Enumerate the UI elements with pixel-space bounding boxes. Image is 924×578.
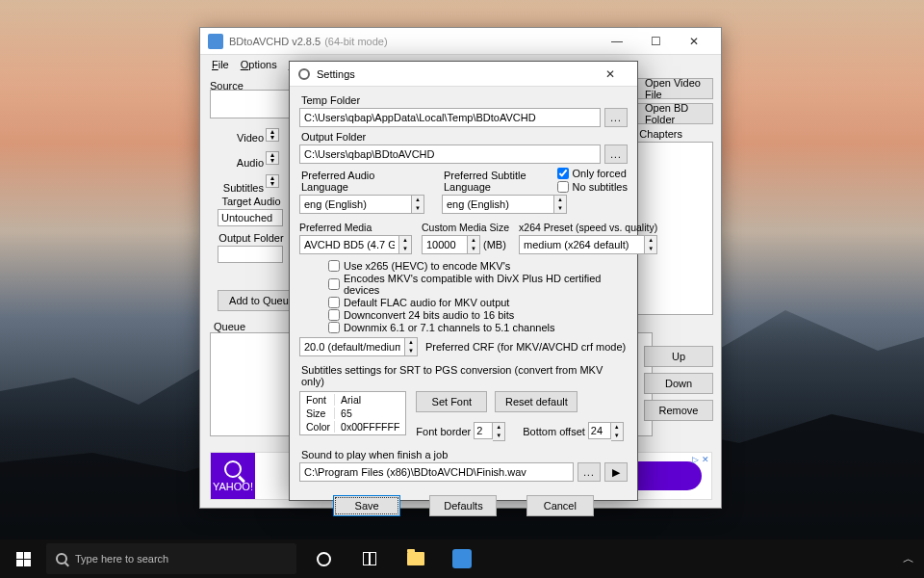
sound-browse-button[interactable]: ...	[578, 462, 601, 482]
temp-browse-button[interactable]: ...	[604, 108, 628, 127]
crf-label: Preferred CRF (for MKV/AVCHD crf mode)	[425, 341, 626, 353]
video-label: Video	[208, 130, 264, 145]
down-button[interactable]: Down	[644, 373, 713, 394]
close-button[interactable]: ✕	[675, 29, 713, 54]
reset-default-button[interactable]: Reset default	[495, 391, 578, 412]
up-button[interactable]: Up	[644, 346, 713, 367]
size-value: 65	[337, 407, 403, 419]
tray-chevron[interactable]: ︿	[903, 551, 924, 567]
cancel-button[interactable]: Cancel	[526, 495, 594, 516]
settings-dialog: Settings ✕ Temp Folder ... Output Folder…	[289, 61, 638, 501]
settings-close-button[interactable]: ✕	[591, 62, 629, 87]
open-video-button[interactable]: Open Video File	[636, 78, 713, 99]
explorer-taskbar-button[interactable]	[393, 539, 439, 578]
ad-close-icon[interactable]: ▷ ✕	[692, 455, 709, 464]
defaults-button[interactable]: Defaults	[429, 495, 497, 516]
divx-checkbox[interactable]: Encodes MKV's compatible with DivX Plus …	[328, 273, 628, 296]
finish-sound-label: Sound to play when finish a job	[301, 449, 628, 460]
temp-folder-input[interactable]	[299, 108, 601, 127]
task-view-button[interactable]	[346, 539, 393, 578]
output-folder-field[interactable]	[218, 246, 283, 263]
only-forced-checkbox[interactable]: Only forced	[557, 168, 628, 179]
app-taskbar-button[interactable]	[439, 539, 485, 578]
target-audio-combo[interactable]	[218, 209, 283, 226]
pref-media-label: Preferred Media	[299, 222, 412, 233]
maximize-button[interactable]: ☐	[636, 29, 675, 54]
crf-combo[interactable]	[299, 337, 405, 356]
pref-audio-lang-label: Preferred Audio Language	[301, 170, 424, 193]
search-icon	[224, 460, 242, 478]
pref-media-combo[interactable]	[299, 235, 399, 254]
task-view-icon	[363, 552, 376, 565]
folder-icon	[407, 552, 424, 565]
target-audio-label: Target Audio	[218, 196, 285, 207]
custom-size-input[interactable]	[422, 235, 468, 254]
chapters-label: Chapters	[639, 128, 682, 140]
search-icon	[56, 553, 67, 565]
menu-file[interactable]: File	[206, 57, 235, 72]
taskbar: Type here to search ︿	[0, 539, 924, 578]
flac-checkbox[interactable]: Default FLAC audio for MKV output	[328, 297, 628, 308]
windows-icon	[16, 552, 31, 566]
subtitles-spinner[interactable]: ▴▾	[266, 174, 279, 188]
open-bd-button[interactable]: Open BD Folder	[636, 103, 713, 124]
pref-audio-lang-combo[interactable]	[299, 195, 412, 214]
minimize-button[interactable]: —	[598, 29, 636, 54]
spinner-icon[interactable]: ▲▼	[412, 195, 424, 214]
main-titlebar[interactable]: BDtoAVCHD v2.8.5 (64-bit mode) — ☐ ✕	[200, 28, 721, 55]
downconvert-checkbox[interactable]: Downconvert 24 bits audio to 16 bits	[328, 309, 628, 321]
downmix-checkbox[interactable]: Downmix 6.1 or 7.1 channels to 5.1 chann…	[328, 322, 628, 333]
queue-label: Queue	[214, 321, 245, 332]
x264-preset-label: x264 Preset (speed vs. quality)	[519, 222, 657, 233]
temp-folder-label: Temp Folder	[301, 94, 628, 106]
font-border-label: Font border	[416, 426, 471, 437]
main-mode: (64-bit mode)	[324, 36, 387, 47]
set-font-button[interactable]: Set Font	[416, 391, 487, 412]
custom-size-label: Custom Media Size	[422, 222, 509, 233]
save-button[interactable]: Save	[333, 495, 400, 516]
font-value: Arial	[337, 394, 403, 406]
audio-spinner[interactable]: ▴▾	[266, 151, 279, 165]
play-sound-button[interactable]: ▶	[604, 462, 628, 482]
x264-preset-combo[interactable]	[519, 235, 645, 254]
color-value: 0x00FFFFFF	[337, 421, 403, 433]
taskbar-search[interactable]: Type here to search	[46, 543, 296, 574]
pref-sub-lang-label: Preferred Subtitle Language	[444, 170, 567, 193]
srt-settings-label: Subtitles settings for SRT to PGS conver…	[301, 364, 628, 387]
x265-checkbox[interactable]: Use x265 (HEVC) to encode MKV's	[328, 260, 628, 272]
audio-label: Audio	[208, 155, 264, 171]
bottom-offset-label: Bottom offset	[523, 426, 585, 437]
output-folder-label-dlg: Output Folder	[301, 131, 628, 143]
main-title: BDtoAVCHD v2.8.5	[229, 36, 321, 47]
cortana-icon	[317, 552, 331, 566]
output-folder-input[interactable]	[299, 144, 601, 164]
remove-button[interactable]: Remove	[644, 400, 713, 421]
bottom-offset-input[interactable]	[588, 422, 611, 439]
app-icon	[452, 549, 472, 568]
custom-size-unit: (MB)	[483, 239, 506, 250]
start-button[interactable]	[0, 539, 46, 578]
srt-font-table: FontArial Size65 Color0x00FFFFFF	[299, 391, 406, 435]
finish-sound-input[interactable]	[299, 462, 574, 482]
search-placeholder: Type here to search	[75, 553, 168, 565]
video-spinner[interactable]: ▴▾	[266, 128, 279, 142]
spinner-icon[interactable]: ▲▼	[554, 195, 567, 214]
settings-title: Settings	[317, 68, 355, 80]
cortana-button[interactable]	[300, 539, 346, 578]
gear-icon	[297, 67, 311, 81]
pref-sub-lang-combo[interactable]	[442, 195, 554, 214]
app-icon	[208, 34, 223, 49]
subtitles-label: Subtitles	[208, 180, 264, 196]
settings-titlebar[interactable]: Settings ✕	[290, 62, 637, 87]
output-folder-label: Output Folder	[218, 232, 285, 244]
menu-options[interactable]: Options	[235, 57, 283, 72]
output-browse-button[interactable]: ...	[604, 144, 628, 164]
yahoo-logo: YAHOO!	[211, 453, 255, 499]
font-border-input[interactable]	[474, 422, 493, 439]
no-subtitles-checkbox[interactable]: No subtitles	[557, 181, 628, 193]
